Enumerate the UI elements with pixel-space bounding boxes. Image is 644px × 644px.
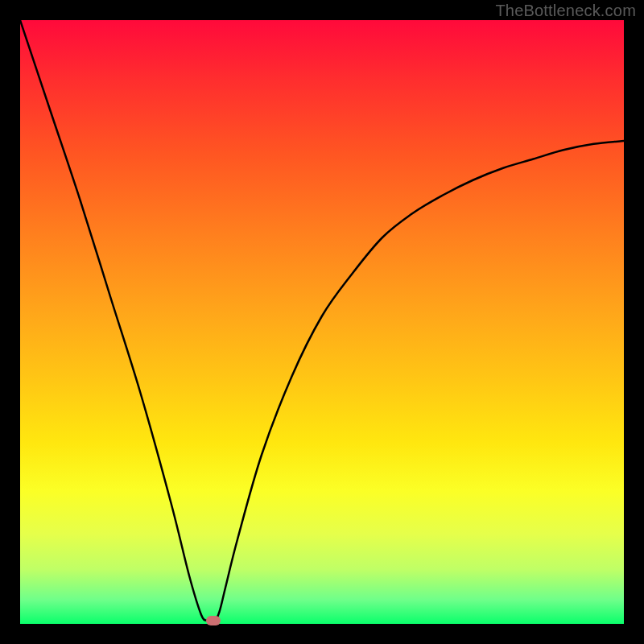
min-marker — [206, 616, 221, 625]
bottleneck-curve — [20, 20, 624, 624]
plot-area — [20, 20, 624, 624]
curve-svg — [20, 20, 624, 624]
watermark-text: TheBottleneck.com — [495, 2, 636, 20]
chart-frame: TheBottleneck.com — [0, 0, 644, 644]
